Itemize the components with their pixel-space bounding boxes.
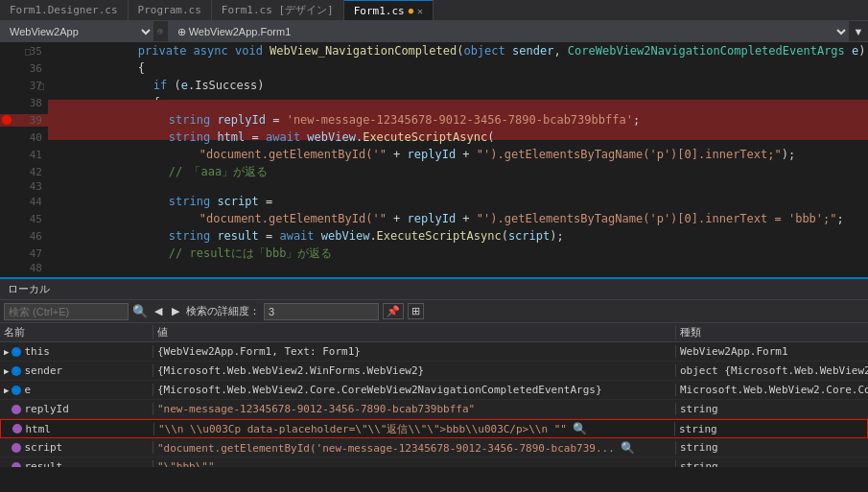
editor-area: □ 35 private async void WebView_Navigati…	[0, 42, 868, 277]
locals-row-html[interactable]: ▶ html "\\n \\u003Cp data-placeholder=\"…	[0, 419, 868, 438]
tab-program[interactable]: Program.cs	[129, 0, 212, 20]
locals-row-e[interactable]: ▶ e {Microsoft.Web.WebView2.Core.CoreWeb…	[0, 381, 868, 400]
search-icon: 🔍	[132, 304, 148, 318]
row-val-sender: {Microsoft.Web.WebView2.WinForms.WebView…	[153, 364, 676, 377]
col-header-value: 値	[153, 325, 676, 340]
row-name-this: ▶ this	[0, 345, 153, 358]
search-depth-label: 検索の詳細度：	[186, 304, 260, 318]
line-gutter-46: 46	[0, 230, 48, 243]
locals-title: ローカル	[8, 282, 50, 296]
row-name-e: ▶ e	[0, 384, 153, 396]
forward-btn[interactable]: ▶	[169, 304, 182, 318]
locals-row-replyid[interactable]: ▶ replyId "new-message-12345678-9012-345…	[0, 400, 868, 419]
row-val-e: {Microsoft.Web.WebView2.Core.CoreWebView…	[153, 384, 676, 396]
row-type-replyid: string	[676, 403, 868, 415]
row-type-html: string	[675, 423, 867, 435]
row-name-html: ▶ html	[1, 423, 154, 435]
line-gutter-44: 44	[0, 196, 48, 208]
type-icon-result	[12, 462, 21, 468]
line-gutter-36: 36	[0, 62, 48, 75]
row-type-e: Microsoft.Web.WebView2.Core.CoreWebView2…	[676, 384, 868, 396]
grid-btn[interactable]: ⊞	[408, 303, 424, 319]
line-gutter-35: □ 35	[0, 45, 48, 58]
breakpoint-dot-39[interactable]	[2, 115, 12, 125]
row-name-script: ▶ script	[0, 441, 153, 454]
current-line-arrow: ▶	[2, 276, 9, 277]
row-name-replyid: ▶ replyId	[0, 403, 153, 415]
row-val-this: {WebView2App.Form1, Text: Form1}	[153, 345, 676, 358]
type-icon-replyid	[12, 405, 21, 414]
pin-btn[interactable]: 📌	[383, 303, 404, 319]
close-icon[interactable]: ✕	[417, 6, 423, 16]
row-val-html: "\\n \\u003Cp data-placeholder=\"\\"返信\\…	[154, 422, 675, 436]
tab-form1-design[interactable]: Form1.cs [デザイン]	[212, 0, 344, 20]
back-btn[interactable]: ◀	[152, 304, 165, 318]
row-type-sender: object {Microsoft.Web.WebView2.WinForms.…	[676, 364, 868, 377]
line-gutter-37: □ 37	[0, 80, 48, 92]
locals-table: ▶ this {WebView2App.Form1, Text: Form1} …	[0, 342, 868, 467]
search-input[interactable]	[4, 303, 129, 320]
expand-icon-37[interactable]: □	[38, 81, 44, 91]
code-line-47: 47 // resultには「bbb」が返る	[0, 245, 868, 262]
search-depth-input[interactable]	[264, 303, 379, 320]
row-val-replyid: "new-message-12345678-9012-3456-7890-bca…	[153, 403, 676, 415]
row-name-sender: ▶ sender	[0, 364, 153, 377]
dropdown-separator: ⊕	[153, 25, 168, 37]
locals-row-sender[interactable]: ▶ sender {Microsoft.Web.WebView2.WinForm…	[0, 362, 868, 381]
tab-form1-cs[interactable]: Form1.cs ● ✕	[344, 0, 434, 20]
locals-row-this[interactable]: ▶ this {WebView2App.Form1, Text: Form1} …	[0, 342, 868, 362]
line-gutter-45: 45	[0, 213, 48, 225]
search-value-icon-html[interactable]: 🔍	[574, 422, 587, 435]
member-dropdown[interactable]: ⊕ WebView2App.Form1	[168, 21, 849, 42]
tab-bar: Form1.Designer.cs Program.cs Form1.cs [デ…	[0, 0, 868, 21]
locals-header: ローカル	[0, 279, 868, 300]
row-val-script: "document.getElementById('new-message-12…	[153, 441, 676, 455]
locals-toolbar: 🔍 ◀ ▶ 検索の詳細度： 📌 ⊞	[0, 300, 868, 323]
code-line-49: ▶ 49 html = await webView.ExecuteScriptA…	[0, 274, 868, 277]
expand-icon-this[interactable]: ▶	[4, 347, 9, 357]
class-dropdown[interactable]: WebView2App	[0, 21, 153, 42]
line-content-49: html = await webView.ExecuteScriptAsync(…	[48, 263, 868, 277]
row-val-result: "\"bbb\""	[153, 460, 676, 467]
expand-icon-sender[interactable]: ▶	[4, 366, 9, 376]
expand-icon-35[interactable]: □	[25, 46, 31, 57]
search-value-icon-script[interactable]: 🔍	[621, 441, 634, 455]
tab-form1-designer[interactable]: Form1.Designer.cs	[0, 0, 129, 20]
line-gutter-38: 38	[0, 97, 48, 109]
line-gutter-41: 41	[0, 149, 48, 161]
type-icon-html	[12, 424, 22, 433]
row-type-script: string	[676, 441, 868, 454]
line-gutter-47: 47	[0, 247, 48, 260]
row-type-this: WebView2App.Form1	[676, 345, 868, 358]
locals-row-result[interactable]: ▶ result "\"bbb\"" string	[0, 457, 868, 467]
line-gutter-42: 42	[0, 166, 48, 178]
type-icon-this	[12, 347, 21, 357]
code-lines: □ 35 private async void WebView_Navigati…	[0, 42, 868, 277]
code-line-42: 42 // 「aaa」が返る	[0, 163, 868, 180]
locals-panel: ローカル 🔍 ◀ ▶ 検索の詳細度： 📌 ⊞ 名前 値 種類 ▶ this {W…	[0, 277, 868, 467]
col-header-name: 名前	[0, 325, 153, 340]
dropdown-action-btn[interactable]: ▼	[849, 25, 868, 38]
line-gutter-43: 43	[0, 180, 48, 193]
type-icon-sender	[12, 366, 21, 376]
row-type-result: string	[676, 460, 868, 467]
line-gutter-48: 48	[0, 262, 48, 274]
type-icon-script	[12, 443, 21, 453]
line-gutter-40: 40	[0, 131, 48, 144]
line-gutter-39: 39	[0, 114, 48, 127]
locals-table-header: 名前 値 種類	[0, 323, 868, 342]
col-header-type: 種類	[676, 325, 868, 340]
locals-row-script[interactable]: ▶ script "document.getElementById('new-m…	[0, 438, 868, 457]
tab-modified-indicator: ●	[409, 6, 413, 15]
dropdown-bar: WebView2App ⊕ ⊕ WebView2App.Form1 ▼	[0, 21, 868, 42]
line-gutter-49: ▶ 49	[0, 277, 48, 278]
type-icon-e	[12, 386, 21, 395]
row-name-result: ▶ result	[0, 460, 153, 467]
expand-icon-e[interactable]: ▶	[4, 386, 9, 395]
